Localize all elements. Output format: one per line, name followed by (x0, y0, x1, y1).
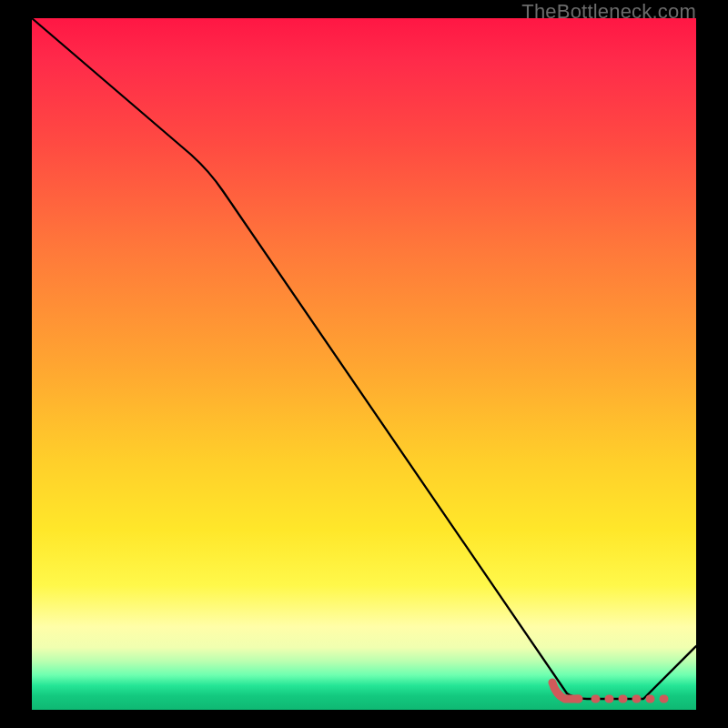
bottleneck-curve (32, 18, 696, 699)
chart-overlay (32, 18, 696, 710)
chart-frame: TheBottleneck.com (0, 0, 728, 728)
